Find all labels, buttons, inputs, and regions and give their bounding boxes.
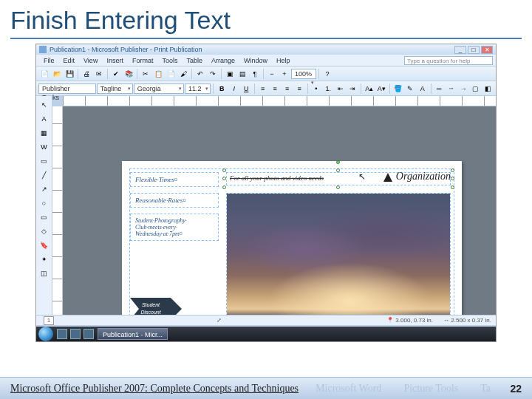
zoom-out-icon[interactable]: − <box>266 68 278 80</box>
text-box-flexible-times[interactable]: Flexible·Times¤ <box>130 172 219 187</box>
taskbar-publisher-button[interactable]: Publication1 - Micr... <box>98 328 168 340</box>
publisher-tasks-combo[interactable]: Publisher Tasks <box>38 83 96 94</box>
windows-taskbar: Publication1 - Micr... <box>36 327 496 341</box>
new-icon[interactable]: 📄 <box>38 68 50 80</box>
line-tool-icon[interactable]: ╱ <box>38 169 50 181</box>
email-icon[interactable]: ✉ <box>93 68 105 80</box>
grow-font-icon[interactable]: A▴ <box>364 83 375 95</box>
footer-watermark: Microsoft WordPicture ToolsTa <box>316 383 491 395</box>
title-underline <box>10 38 522 39</box>
close-button[interactable]: ✕ <box>481 46 493 54</box>
print-icon[interactable]: 🖨 <box>81 68 92 80</box>
font-name-combo[interactable]: Georgia <box>134 83 184 94</box>
justify-icon[interactable]: ≡ <box>293 83 305 95</box>
organization-logo[interactable]: Organization <box>383 171 451 183</box>
columns-icon[interactable]: ▤ <box>236 68 248 80</box>
textbox-tool-icon[interactable]: A <box>38 113 50 125</box>
line-color-icon[interactable]: ✎ <box>405 83 417 95</box>
horizontal-ruler[interactable] <box>63 96 496 106</box>
wordart-tool-icon[interactable]: W <box>38 141 50 153</box>
menu-tools[interactable]: Tools <box>157 57 182 64</box>
menu-table[interactable]: Table <box>182 57 207 64</box>
page-thumb-1[interactable]: 1 <box>44 316 54 325</box>
paste-icon[interactable]: 📄 <box>165 68 177 80</box>
design-gallery-icon[interactable]: ✦ <box>38 253 50 265</box>
copy-icon[interactable]: 📋 <box>152 68 164 80</box>
undo-icon[interactable]: ↶ <box>194 68 206 80</box>
style-combo[interactable]: Tagline <box>97 83 133 94</box>
text-box-reasonable-rates[interactable]: Reasonable·Rates¤ <box>130 193 219 208</box>
font-color-icon[interactable]: A <box>417 83 429 95</box>
format-painter-icon[interactable]: 🖌 <box>177 68 189 80</box>
shadow-icon[interactable]: ▢ <box>470 83 482 95</box>
svg-text:Discount: Discount <box>140 310 161 315</box>
menu-format[interactable]: Format <box>128 57 158 64</box>
save-icon[interactable]: 💾 <box>64 68 75 80</box>
bold-icon[interactable]: B <box>216 83 228 95</box>
maximize-button[interactable]: □ <box>468 46 480 54</box>
redo-icon[interactable]: ↷ <box>207 68 219 80</box>
cut-icon[interactable]: ✂ <box>140 68 151 80</box>
minimize-button[interactable]: _ <box>454 46 466 54</box>
shrink-font-icon[interactable]: A▾ <box>376 83 388 95</box>
help-search-input[interactable]: Type a question for help <box>404 56 493 65</box>
bookmark-icon[interactable]: 🔖 <box>38 239 50 251</box>
align-left-icon[interactable]: ≡ <box>257 83 269 95</box>
fill-color-icon[interactable]: 🪣 <box>392 83 404 95</box>
menu-window[interactable]: Window <box>239 57 272 64</box>
text-box-club-info[interactable]: Student·Photography· Club·meets·every· W… <box>130 214 219 241</box>
underline-icon[interactable]: U <box>240 83 252 95</box>
spelling-icon[interactable]: ✔ <box>110 68 122 80</box>
font-size-combo[interactable]: 11.2 <box>185 83 211 94</box>
picture-placeholder[interactable] <box>226 193 451 320</box>
increase-indent-icon[interactable]: ⇥ <box>347 83 359 95</box>
menu-arrange[interactable]: Arrange <box>207 57 239 64</box>
autoshapes-tool-icon[interactable]: ◇ <box>38 225 50 237</box>
vertical-ruler[interactable] <box>52 106 63 324</box>
line-style-icon[interactable]: ═ <box>434 83 446 95</box>
sky-image <box>227 194 450 319</box>
menu-file[interactable]: File <box>39 57 59 64</box>
special-chars-icon[interactable]: ¶ <box>249 68 261 80</box>
quick-launch-icon[interactable] <box>70 329 81 339</box>
quick-launch-icon[interactable] <box>83 329 94 339</box>
scroll-arrow-icon[interactable]: ⤢ <box>216 317 222 324</box>
3d-icon[interactable]: ◧ <box>482 83 494 95</box>
arrow-tool-icon[interactable]: ↗ <box>38 183 50 195</box>
left-column: Flexible·Times¤ Reasonable·Rates¤ Studen… <box>130 169 219 323</box>
window-title: Publication1 - Microsoft Publisher - Pri… <box>50 46 454 53</box>
picture-frame-icon[interactable]: ▭ <box>38 155 50 167</box>
research-icon[interactable]: 📚 <box>123 68 134 80</box>
item-library-icon[interactable]: ◫ <box>38 267 50 279</box>
zoom-combo[interactable]: 100% <box>291 69 316 79</box>
align-center-icon[interactable]: ≡ <box>269 83 281 95</box>
menu-help[interactable]: Help <box>272 57 295 64</box>
align-right-icon[interactable]: ≡ <box>282 83 293 95</box>
footer-text: Microsoft Office Publisher 2007: Complet… <box>10 383 299 395</box>
dash-style-icon[interactable]: ┄ <box>446 83 457 95</box>
menu-insert[interactable]: Insert <box>102 57 128 64</box>
select-tool-icon[interactable]: ↖ <box>38 99 50 111</box>
decrease-indent-icon[interactable]: ⇤ <box>335 83 347 95</box>
table-tool-icon[interactable]: ▦ <box>38 127 50 139</box>
oval-tool-icon[interactable]: ○ <box>38 197 50 209</box>
slide-number: 22 <box>510 383 522 395</box>
start-button-icon[interactable] <box>38 327 53 341</box>
objects-toolbar: ↖ A ▦ W ▭ ╱ ↗ ○ ▭ ◇ 🔖 ✦ ◫ <box>36 96 52 324</box>
open-icon[interactable]: 📂 <box>51 68 63 80</box>
page-navigation-bar: 1 ⤢ 📍 3.000, 0.73 in. ↔ 2.500 x 0.37 in. <box>36 315 496 325</box>
help-icon[interactable]: ? <box>321 68 333 80</box>
publisher-screenshot: Publication1 - Microsoft Publisher - Pri… <box>35 44 497 342</box>
rectangle-tool-icon[interactable]: ▭ <box>38 211 50 223</box>
scratch-area[interactable]: Flexible·Times¤ Reasonable·Rates¤ Studen… <box>63 106 496 324</box>
menu-bar: File Edit View Insert Format Tools Table… <box>36 55 496 66</box>
zoom-in-icon[interactable]: + <box>279 68 290 80</box>
arrow-style-icon[interactable]: → <box>458 83 470 95</box>
numbering-icon[interactable]: 1. <box>322 83 334 95</box>
italic-icon[interactable]: I <box>228 83 240 95</box>
menu-view[interactable]: View <box>79 57 102 64</box>
publication-page[interactable]: Flexible·Times¤ Reasonable·Rates¤ Studen… <box>122 161 462 324</box>
bring-front-icon[interactable]: ▣ <box>224 68 236 80</box>
menu-edit[interactable]: Edit <box>59 57 80 64</box>
quick-launch-icon[interactable] <box>57 329 67 339</box>
